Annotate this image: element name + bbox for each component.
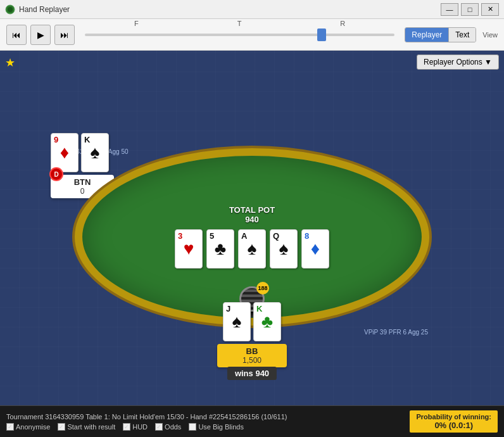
window-controls: — □ ✕ [441, 3, 499, 16]
bb-card-1: J ♠ [223, 302, 251, 341]
view-label: View [482, 31, 498, 39]
bb-card1-suit: ♠ [232, 313, 242, 331]
cb-start-result[interactable]: ✓ Start with result [58, 423, 115, 431]
cb-hud-box[interactable]: ✓ [123, 423, 130, 431]
cb-hud-label: HUD [132, 423, 148, 431]
total-pot: TOTAL POT 940 [229, 205, 275, 224]
status-bar: Tournament 3164330959 Table 1: No Limit … [0, 405, 504, 437]
maximize-button[interactable]: □ [461, 3, 479, 16]
bb-card-2: K ♣ [253, 302, 281, 341]
replayer-options-button[interactable]: Replayer Options ▼ [417, 54, 499, 70]
community-card-4: Q ♠ [270, 229, 298, 269]
status-left: Tournament 3164330959 Table 1: No Limit … [6, 413, 410, 431]
app-icon [5, 4, 15, 15]
game-area: ★ Replayer Options ▼ VPiP 42 PFR 42 Agg … [0, 51, 504, 405]
bb-player-stats: VPiP 39 PFR 6 Agg 25 [364, 329, 428, 336]
cb-anonymise[interactable]: ✓ Anonymise [6, 423, 50, 431]
text-view-button[interactable]: Text [449, 28, 476, 42]
total-pot-label: TOTAL POT [229, 205, 275, 215]
probability-label: Probability of winning: [416, 413, 491, 421]
btn-player-cards: 9 ♦ K ♠ [51, 133, 114, 172]
cb-big-blinds-label: Use Big Blinds [198, 423, 244, 431]
cb-anonymise-box[interactable]: ✓ [6, 423, 14, 431]
wins-banner: wins 940 [227, 367, 277, 380]
bb-player-name: BB [226, 346, 278, 356]
community-area: TOTAL POT 940 3 ♥ 5 ♣ [175, 205, 329, 269]
slider-thumb[interactable] [317, 28, 326, 41]
cb-odds[interactable]: ✓ Odds [155, 423, 181, 431]
chips-label: 188 [256, 282, 269, 294]
play-button[interactable]: ▶ [30, 25, 51, 45]
btn-card2-suit: ♠ [91, 144, 100, 162]
cb-odds-label: Odds [165, 423, 181, 431]
slider-markers: F T R [85, 20, 394, 27]
cb-hud[interactable]: ✓ HUD [123, 423, 148, 431]
bb-card1-rank: J [226, 305, 230, 313]
favorite-star[interactable]: ★ [5, 56, 15, 70]
comm-card1-rank: 3 [178, 232, 182, 240]
cb-start-result-box[interactable]: ✓ [58, 423, 65, 431]
status-checkboxes: ✓ Anonymise ✓ Start with result ✓ HUD ✓ … [6, 423, 410, 431]
bb-card2-suit: ♣ [261, 313, 273, 331]
close-button[interactable]: ✕ [481, 3, 499, 16]
title-bar: Hand Replayer — □ ✕ [0, 0, 504, 19]
community-cards: 3 ♥ 5 ♣ A ♠ [175, 229, 329, 269]
cb-big-blinds[interactable]: Use Big Blinds [189, 423, 244, 431]
slider-track[interactable] [85, 34, 394, 36]
cb-anonymise-label: Anonymise [16, 423, 50, 431]
replayer-view-button[interactable]: Replayer [405, 28, 449, 42]
prev-button[interactable]: ⏮ [6, 25, 27, 45]
comm-card5-rank: 8 [305, 232, 309, 240]
comm-card2-rank: 5 [210, 232, 214, 240]
btn-card2-rank: K [84, 136, 90, 144]
btn-card1-rank: 9 [54, 136, 58, 144]
tournament-info: Tournament 3164330959 Table 1: No Limit … [6, 413, 410, 421]
community-card-1: 3 ♥ [175, 229, 203, 269]
comm-card4-suit: ♠ [279, 240, 289, 258]
view-toggle: Replayer Text [405, 27, 476, 42]
btn-player-name: BTN [57, 177, 108, 187]
btn-card-2: K ♠ [81, 133, 109, 172]
comm-card3-suit: ♠ [248, 240, 257, 258]
bb-player: J ♠ K ♣ BB 1,500 [217, 302, 287, 367]
community-card-2: 5 ♣ [206, 229, 234, 269]
bb-card2-rank: K [256, 305, 262, 313]
cb-big-blinds-box[interactable] [189, 423, 196, 431]
probability-panel: Probability of winning: 0% (0.0:1) [410, 410, 498, 433]
window-title: Hand Replayer [19, 5, 441, 14]
community-card-3: A ♠ [238, 229, 266, 269]
dealer-button: D [49, 167, 63, 181]
community-card-5: 8 ♦ [301, 229, 329, 269]
bb-player-cards: J ♠ K ♣ [217, 302, 287, 341]
probability-value: 0% (0.0:1) [416, 421, 491, 430]
toolbar: ⏮ ▶ ⏭ F T R Replayer Text View [0, 19, 504, 51]
cb-odds-box[interactable]: ✓ [155, 423, 163, 431]
bb-player-info: BB 1,500 [217, 344, 287, 367]
btn-card-1: 9 ♦ [51, 133, 79, 172]
total-pot-value: 940 [229, 215, 275, 224]
btn-card1-suit: ♦ [60, 144, 69, 162]
cb-start-result-label: Start with result [67, 423, 115, 431]
comm-card3-rank: A [241, 232, 247, 240]
marker-t: T [237, 20, 242, 27]
marker-r: R [340, 20, 345, 27]
svg-point-1 [8, 7, 13, 12]
marker-f: F [134, 20, 139, 27]
minimize-button[interactable]: — [441, 3, 458, 16]
timeline-slider[interactable]: F T R [85, 28, 394, 41]
comm-card2-suit: ♣ [215, 240, 226, 258]
comm-card5-suit: ♦ [311, 240, 320, 258]
bb-player-stack: 1,500 [226, 356, 278, 365]
next-button[interactable]: ⏭ [54, 25, 75, 45]
comm-card4-rank: Q [273, 232, 279, 240]
comm-card1-suit: ♥ [184, 240, 194, 258]
